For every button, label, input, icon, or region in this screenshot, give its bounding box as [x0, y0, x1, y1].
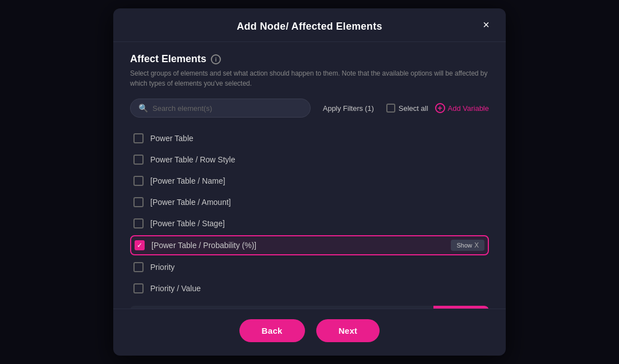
element-checkbox-power-table-row-style[interactable] — [133, 155, 144, 165]
modal-footer: Back Next — [113, 309, 506, 356]
section-title: Affect Elements i — [130, 53, 489, 65]
section-title-text: Affect Elements — [130, 53, 206, 65]
element-label-priority: Priority — [150, 263, 486, 272]
list-item[interactable]: Priority — [130, 258, 489, 277]
list-item[interactable]: [Power Table / Name] — [130, 171, 489, 190]
element-checkbox-priority[interactable] — [133, 262, 144, 272]
add-variable-button[interactable]: + Add Variable — [435, 103, 489, 113]
action-select[interactable]: Show — [130, 306, 433, 309]
element-checkbox-power-table-probability[interactable] — [135, 240, 145, 250]
close-button[interactable]: × — [478, 17, 495, 34]
search-box: 🔍 — [130, 99, 311, 118]
add-variable-label: Add Variable — [448, 104, 489, 113]
modal-body: Affect Elements i Select groups of eleme… — [113, 42, 506, 309]
plus-circle-icon: + — [435, 103, 445, 113]
element-label-power-table-row-style: Power Table / Row Style — [150, 155, 486, 164]
action-select-wrapper: Show ▼ — [130, 306, 433, 309]
search-icon: 🔍 — [138, 104, 148, 113]
modal-dialog: Add Node/ Affected Elements × Affect Ele… — [113, 8, 506, 356]
element-label-power-table-amount: [Power Table / Amount] — [150, 198, 486, 207]
section-description: Select groups of elements and set what a… — [130, 68, 489, 88]
back-button[interactable]: Back — [239, 319, 305, 342]
element-checkbox-priority-value[interactable] — [133, 283, 144, 293]
select-all-checkbox[interactable] — [386, 104, 395, 113]
list-item[interactable]: [Power Table / Probability (%)]Show X — [130, 235, 489, 255]
element-label-power-table-stage: [Power Table / Stage] — [150, 219, 486, 228]
element-checkbox-power-table-amount[interactable] — [133, 197, 144, 207]
next-button[interactable]: Next — [316, 319, 380, 342]
element-label-power-table-probability: [Power Table / Probability (%)] — [151, 241, 444, 250]
show-badge: Show X — [451, 240, 484, 251]
element-label-priority-value: Priority / Value — [150, 284, 486, 293]
list-item[interactable]: Power Table — [130, 129, 489, 148]
element-label-power-table-name: [Power Table / Name] — [150, 176, 486, 185]
modal-overlay: Add Node/ Affected Elements × Affect Ele… — [0, 0, 619, 364]
info-icon: i — [211, 54, 221, 64]
list-item[interactable]: [Power Table / Stage] — [130, 214, 489, 233]
list-item[interactable]: [Power Table / Amount] — [130, 193, 489, 212]
search-filter-row: 🔍 Apply Filters (1) Select all + Add Var… — [130, 99, 489, 118]
modal-header: Add Node/ Affected Elements × — [113, 8, 506, 42]
element-checkbox-power-table[interactable] — [133, 133, 144, 143]
apply-filters-button[interactable]: Apply Filters (1) — [317, 101, 380, 116]
element-label-power-table: Power Table — [150, 134, 486, 143]
element-checkbox-power-table-name[interactable] — [133, 176, 144, 186]
select-all-label: Select all — [399, 104, 428, 113]
list-item[interactable]: Power Table / Row Style — [130, 150, 489, 169]
badge-close-icon[interactable]: X — [474, 241, 479, 249]
list-item[interactable]: Priority / Value — [130, 279, 489, 298]
elements-list: Power TablePower Table / Row Style[Power… — [130, 129, 489, 298]
search-input[interactable] — [153, 104, 302, 113]
modal-title: Add Node/ Affected Elements — [237, 21, 382, 32]
select-all-row[interactable]: Select all — [386, 104, 428, 113]
element-checkbox-power-table-stage[interactable] — [133, 218, 144, 228]
